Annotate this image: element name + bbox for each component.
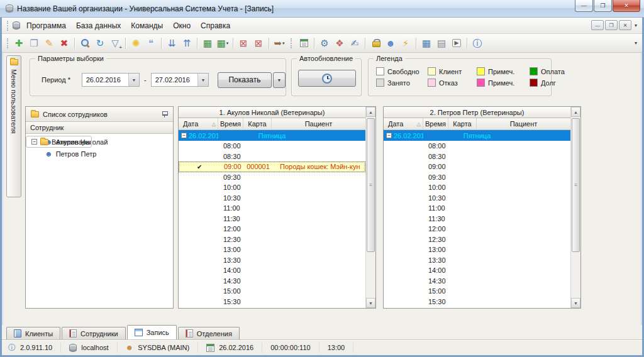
vertical-scrollbar[interactable]: ▲≡▼	[365, 107, 375, 308]
time-row[interactable]: 11:00	[179, 203, 365, 214]
menu-item-1[interactable]: База данных	[71, 19, 126, 33]
scroll-up-button[interactable]: ▲	[366, 107, 375, 117]
mdi-restore-button[interactable]: ❐	[605, 20, 618, 30]
tools-icon[interactable]: ⚙	[317, 36, 332, 51]
time-row[interactable]: 15:00	[384, 286, 570, 297]
scroll-down-button[interactable]: ▼	[366, 298, 375, 308]
column-header-0[interactable]: Дата△	[384, 118, 423, 129]
user-menu-tab[interactable]: Меню пользователя	[6, 55, 21, 197]
tab-record[interactable]: Запись	[127, 325, 177, 339]
delete-icon[interactable]: ✖	[57, 36, 72, 51]
scrollbar-thumb[interactable]: ≡	[572, 118, 580, 252]
time-row[interactable]: 14:30	[179, 276, 365, 287]
table-icon[interactable]: ▦	[419, 36, 434, 51]
column-header-2[interactable]: Карта	[243, 118, 272, 129]
vertical-scrollbar[interactable]: ▲≡▼	[570, 107, 580, 308]
exit-icon[interactable]: ➥▾	[272, 36, 287, 51]
drag-grip[interactable]	[7, 21, 9, 31]
time-row[interactable]: 16:00	[179, 307, 365, 308]
collapse-box[interactable]: −	[386, 133, 392, 138]
pin-icon[interactable]	[162, 111, 168, 118]
date-to-input[interactable]: 27.02.2016 ▼	[151, 73, 209, 87]
edit-icon[interactable]: ✎	[42, 36, 57, 51]
time-row[interactable]: 13:00	[179, 244, 365, 255]
mdi-close-button[interactable]: ✕	[619, 20, 631, 30]
time-row[interactable]: 11:30	[384, 214, 570, 224]
time-row[interactable]: 14:30	[384, 276, 570, 287]
time-row[interactable]: 08:30	[179, 151, 365, 162]
time-row[interactable]: 08:00	[384, 141, 570, 151]
collapse-all-icon[interactable]: ⇈	[179, 36, 194, 51]
scrollbar-track[interactable]: ≡	[366, 117, 375, 298]
refresh-icon[interactable]: ↻	[92, 36, 108, 51]
column-header-employee[interactable]: Сотрудник	[26, 122, 173, 134]
mdi-minimize-button[interactable]: —	[591, 20, 604, 30]
time-row[interactable]: 11:30	[179, 214, 365, 224]
show-options-button[interactable]: ▼	[273, 72, 286, 88]
date-row[interactable]: −26.02.2016Пятница	[179, 130, 365, 141]
calendar-icon[interactable]	[296, 36, 311, 51]
scrollbar-thumb[interactable]: ≡	[367, 118, 375, 252]
menu-item-0[interactable]: Программа	[21, 19, 71, 33]
menu-item-2[interactable]: Команды	[126, 19, 168, 33]
comments-icon[interactable]: ❝	[143, 36, 158, 51]
time-row[interactable]: 15:30	[384, 297, 570, 307]
time-row[interactable]: 08:00	[179, 141, 365, 151]
export-excel-icon[interactable]: ▦	[200, 36, 215, 51]
restore-button[interactable]: ❐	[594, 0, 612, 12]
time-row[interactable]: 10:30	[384, 193, 570, 204]
time-row[interactable]: 10:00	[179, 182, 365, 193]
time-row[interactable]: 14:00	[384, 265, 570, 276]
time-row[interactable]: 09:30	[179, 172, 365, 183]
autorefresh-button[interactable]	[298, 70, 356, 87]
date-from-input[interactable]: 26.02.2016 ▼	[82, 73, 140, 87]
menu-item-4[interactable]: Справка	[196, 19, 235, 33]
scroll-up-button[interactable]: ▲	[571, 107, 580, 117]
close-button[interactable]: ✕	[613, 0, 640, 12]
info-icon[interactable]: ⓘ	[470, 36, 485, 51]
tab-departments[interactable]: Отделения	[178, 327, 240, 339]
add-icon[interactable]: ✚	[11, 36, 26, 51]
time-row[interactable]: 09:00	[384, 162, 570, 172]
time-row[interactable]: 08:30	[384, 151, 570, 162]
drag-grip[interactable]	[7, 38, 9, 48]
tab-employees[interactable]: Сотрудники	[62, 327, 126, 339]
filter-icon[interactable]: ▽+	[108, 36, 123, 51]
users-icon[interactable]: ☻	[383, 36, 398, 51]
tab-clients[interactable]: Клиенты	[6, 327, 60, 339]
column-header-2[interactable]: Карта	[448, 118, 477, 129]
menu-item-3[interactable]: Окно	[168, 19, 196, 33]
collapse-box[interactable]: −	[31, 139, 37, 145]
scrollbar-track[interactable]: ≡	[571, 117, 580, 298]
column-header-1[interactable]: Время	[218, 118, 243, 129]
expand-all-icon[interactable]: ⇊	[164, 36, 179, 51]
print-icon[interactable]: ▤	[434, 36, 449, 51]
time-row[interactable]: 16:00	[384, 307, 570, 308]
column-header-3[interactable]: Пациент	[272, 118, 365, 129]
time-row[interactable]: 13:30	[179, 255, 365, 266]
toolbar-overflow-icon[interactable]: ▾	[635, 40, 637, 46]
minimize-button[interactable]: —	[575, 0, 593, 12]
column-header-0[interactable]: Дата△	[179, 118, 218, 129]
time-row[interactable]: 14:00	[179, 265, 365, 276]
assistant-icon[interactable]: ✺	[128, 36, 143, 51]
collapse-box[interactable]: −	[181, 133, 187, 138]
copy-icon[interactable]: ❐	[26, 36, 42, 51]
chevron-down-icon[interactable]: ▾	[635, 23, 637, 28]
time-row[interactable]: 15:00	[179, 286, 365, 297]
time-row[interactable]: 11:00	[384, 203, 570, 214]
power-icon[interactable]: ⚡	[398, 36, 413, 51]
lock-icon[interactable]	[368, 36, 383, 51]
chevron-down-icon[interactable]: ▼	[128, 74, 139, 86]
search-icon[interactable]	[77, 36, 92, 51]
close-window-icon[interactable]: ⊠	[236, 36, 251, 51]
close-all-windows-icon[interactable]: ⊠	[251, 36, 266, 51]
chevron-down-icon[interactable]: ▼	[197, 74, 208, 86]
tree-item-employee-2[interactable]: ☻ Петров Петр	[26, 148, 173, 160]
time-row[interactable]: 12:00	[384, 224, 570, 234]
appointment-row[interactable]: ✔09:00000001Породы кошек: Мэйн-кун	[179, 162, 365, 172]
tree-group-veterinary[interactable]: − Ветеринары	[26, 136, 92, 148]
time-row[interactable]: 09:30	[384, 172, 570, 183]
time-row[interactable]: 13:00	[384, 244, 570, 255]
column-header-3[interactable]: Пациент	[477, 118, 570, 129]
